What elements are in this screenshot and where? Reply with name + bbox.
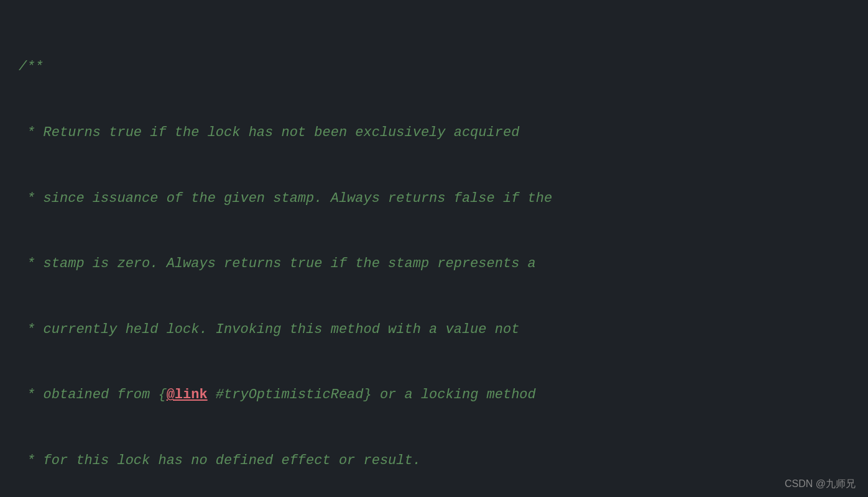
comment-line-4: * stamp is zero. Always returns true if … (19, 253, 849, 275)
comment-line-5: * currently held lock. Invoking this met… (19, 319, 849, 340)
comment-line-1: /** (19, 56, 849, 78)
comment-line-7: * for this lock has no defined effect or… (19, 450, 849, 472)
comment-line-2: * Returns true if the lock has not been … (19, 122, 849, 144)
comment-line-6: * obtained from {@link #tryOptimisticRea… (19, 384, 849, 406)
comment-line-3: * since issuance of the given stamp. Alw… (19, 188, 849, 209)
watermark: CSDN @九师兄 (785, 478, 856, 491)
code-block: /** * Returns true if the lock has not b… (0, 0, 868, 497)
